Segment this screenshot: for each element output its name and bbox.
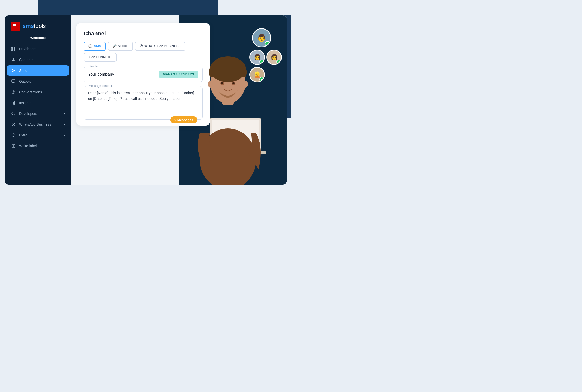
svg-point-31 [208, 81, 213, 88]
extra-icon [11, 133, 16, 138]
insights-icon [11, 100, 16, 105]
svg-rect-4 [11, 47, 13, 49]
tab-sms[interactable]: 💬 SMS [84, 42, 106, 51]
outbox-label: Outbox [19, 79, 31, 83]
extra-arrow: ▾ [64, 134, 65, 137]
outbox-icon [11, 79, 16, 84]
svg-rect-13 [14, 101, 15, 105]
svg-point-29 [221, 82, 223, 84]
developers-icon [11, 111, 16, 116]
avatar-circle-3: 👩 ✓ [266, 50, 282, 65]
conversations-icon [11, 90, 16, 95]
sidebar-nav: Dashboard Contacts Send [5, 44, 71, 181]
whatsapp-tab-icon [140, 44, 143, 48]
svg-rect-5 [14, 47, 15, 49]
dashboard-label: Dashboard [19, 47, 37, 51]
avatar-row-2: 👩 ✓ 👩 ✓ [249, 50, 282, 65]
avatar-check-1: ✓ [265, 41, 270, 47]
sidebar-item-contacts[interactable]: Contacts [7, 55, 69, 65]
avatar-check-4: ✓ [259, 77, 264, 82]
sidebar: smstools Welcome! Dashboard [5, 15, 71, 185]
sidebar-item-outbox[interactable]: Outbox [7, 76, 69, 86]
avatar-item-4: 👱 ✓ [249, 67, 282, 82]
voice-tab-icon: 🎤 [112, 44, 117, 48]
svg-marker-16 [12, 134, 15, 137]
sidebar-item-send[interactable]: Send [7, 65, 69, 76]
sidebar-item-dashboard[interactable]: Dashboard [7, 44, 69, 54]
svg-point-15 [13, 124, 14, 125]
sidebar-item-extra[interactable]: Extra ▾ [7, 130, 69, 140]
svg-rect-1 [13, 25, 17, 26]
avatar-circle-2: 👩 ✓ [249, 50, 265, 65]
svg-point-8 [13, 58, 14, 60]
avatar-check-2: ✓ [259, 60, 264, 64]
sender-row: Your company MANAGE SENDERS [88, 71, 198, 78]
sidebar-item-insights[interactable]: Insights [7, 98, 69, 108]
svg-rect-9 [12, 80, 15, 82]
whatsapp-tab-label: WHATSAPP BUSINESS [144, 44, 181, 48]
svg-rect-12 [13, 102, 14, 105]
svg-point-19 [141, 45, 142, 46]
developers-arrow: ▾ [64, 112, 65, 115]
whatsapp-arrow: ▾ [64, 123, 65, 126]
dashboard-icon [11, 46, 16, 52]
avatar-circle-4: 👱 ✓ [249, 67, 265, 82]
conversations-label: Conversations [19, 90, 42, 94]
svg-rect-7 [14, 49, 15, 51]
avatar-check-3: ✓ [276, 60, 281, 64]
logo-sms: sms [23, 23, 34, 29]
sender-label: Sender [87, 65, 100, 68]
message-text[interactable]: Dear [Name], this is a reminder about yo… [88, 90, 198, 116]
sidebar-item-conversations[interactable]: Conversations [7, 87, 69, 97]
whatsapp-icon [11, 122, 16, 127]
logo-text: smstools [23, 23, 46, 30]
svg-rect-3 [16, 24, 18, 27]
logo-icon [11, 22, 20, 31]
whitelabel-label: White label [19, 144, 37, 148]
tab-voice[interactable]: 🎤 VOICE [108, 42, 133, 51]
extra-label: Extra [19, 133, 27, 137]
sender-value: Your company [88, 72, 114, 77]
contacts-icon [11, 57, 16, 62]
svg-point-32 [243, 81, 248, 88]
developers-label: Developers [19, 112, 37, 116]
welcome-text: Welcome! [5, 36, 71, 44]
sms-tab-icon: 💬 [88, 44, 93, 48]
svg-point-30 [232, 82, 235, 84]
sidebar-item-whitelabel[interactable]: White label [7, 141, 69, 151]
sms-tab-label: SMS [94, 44, 101, 48]
send-label: Send [19, 68, 27, 73]
sidebar-item-developers[interactable]: Developers ▾ [7, 109, 69, 119]
avatars-container: 👨 ✓ 👩 ✓ 👩 ✓ 👱 ✓ [249, 28, 282, 82]
tab-whatsapp[interactable]: WHATSAPP BUSINESS [135, 42, 185, 51]
contacts-label: Contacts [19, 58, 33, 62]
tab-app-connect[interactable]: APP CONNECT [84, 53, 117, 62]
avatar-item-1: 👨 ✓ [252, 28, 282, 47]
svg-rect-6 [11, 49, 13, 51]
voice-tab-label: VOICE [118, 44, 129, 48]
svg-rect-2 [13, 27, 16, 27]
whitelabel-icon [11, 143, 16, 149]
main-content: Channel 💬 SMS 🎤 VOICE [71, 15, 287, 185]
logo-area: smstools [5, 22, 71, 36]
whatsapp-label: WhatsApp Business [19, 122, 51, 126]
insights-label: Insights [19, 101, 31, 105]
svg-rect-11 [12, 103, 12, 105]
app-connect-tab-label: APP CONNECT [88, 55, 112, 59]
logo-tools: tools [34, 23, 46, 29]
send-icon [11, 68, 16, 73]
app-container: smstools Welcome! Dashboard [5, 15, 287, 185]
sidebar-item-whatsapp[interactable]: WhatsApp Business ▾ [7, 119, 69, 130]
message-label: Message content [87, 84, 113, 88]
avatar-circle-1: 👨 ✓ [252, 28, 271, 47]
